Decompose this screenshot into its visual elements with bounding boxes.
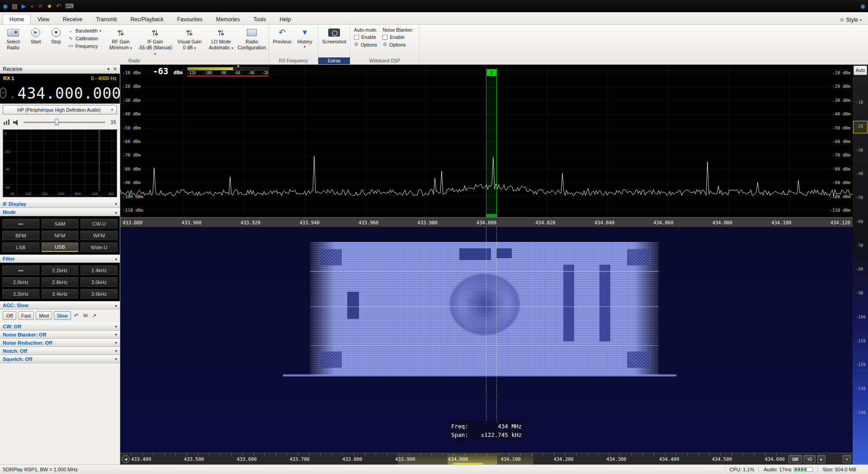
section-notch[interactable]: Notch: Off ▾ <box>0 347 120 355</box>
section-filter[interactable]: Filter ▴ <box>0 255 120 263</box>
agc-off-button[interactable]: Off <box>3 311 16 320</box>
chevron-down-icon[interactable]: ▾ <box>108 66 110 71</box>
ribbon-group-wideband-dsp: Auto-mute: Enable ⚙ Options Noise Blanke… <box>350 25 420 64</box>
mode-cwu-button[interactable]: CW-U <box>80 219 118 228</box>
keyboard-icon[interactable]: ⌨ <box>65 3 74 9</box>
zoom-button[interactable]: x5 <box>804 455 816 463</box>
tab-memories[interactable]: Memories <box>209 14 247 24</box>
visual-gain-label-1: Visual Gain <box>174 39 205 45</box>
wideband-frequency-scale[interactable]: ◀ 433.400 433.500 433.600 433.700 433.80… <box>120 453 853 465</box>
agc-slow-button[interactable]: Slow <box>54 311 71 320</box>
auto-scale-button[interactable]: Auto <box>854 66 867 75</box>
audio-device-select[interactable]: HP (Périphérique High Definition Audio) … <box>3 105 117 114</box>
mode-usb-button[interactable]: USB <box>42 242 79 252</box>
filter-22-button[interactable]: 2.2kHz <box>42 265 79 275</box>
section-noise-blanker[interactable]: Noise Blanker: Off ▾ <box>0 331 120 339</box>
previous-frequency-button[interactable]: ↶ Previous <box>271 26 293 46</box>
mode-more-button[interactable]: ••• <box>2 219 39 228</box>
section-mode[interactable]: Mode ▴ <box>0 208 120 216</box>
scroll-right-button[interactable]: » <box>843 455 851 463</box>
favourite-star-icon[interactable]: ★ <box>47 3 52 9</box>
section-if-display[interactable]: IF Display ▾ <box>0 200 120 208</box>
noise-blanker-enable-checkbox[interactable]: Enable <box>382 34 413 40</box>
radio-config-label-2: Configuration <box>237 45 266 51</box>
tab-transmit[interactable]: Transmit <box>89 14 123 24</box>
filter-30-button[interactable]: 3.0kHz <box>80 277 118 287</box>
section-cw[interactable]: CW: Off ▾ <box>0 322 120 331</box>
undo-icon[interactable]: ↶ <box>73 313 80 319</box>
chevron-down-icon: ▾ <box>115 324 117 329</box>
mode-lsb-button[interactable]: LSB <box>2 242 39 252</box>
screenshot-button[interactable]: Screenshot <box>320 26 348 46</box>
tab-receive[interactable]: Receive <box>56 14 89 24</box>
mode-wfm-button[interactable]: WFM <box>80 231 118 240</box>
start-button[interactable]: ▶ Start <box>24 26 47 46</box>
visual-gain-button[interactable]: Visual Gain 0 dB ▾ <box>174 26 205 52</box>
frequency-button[interactable]: ▭ Frequency <box>68 43 101 49</box>
close-icon[interactable]: ✕ <box>113 66 117 71</box>
record-icon[interactable]: ● <box>30 3 34 9</box>
x-tick: 433.960 <box>359 220 378 225</box>
waterfall-display[interactable]: Freq:434 MHz Span:±122.745 kHz <box>120 227 853 453</box>
filter-more-button[interactable]: ••• <box>2 265 39 275</box>
agc-fast-button[interactable]: Fast <box>18 311 34 320</box>
stop-button[interactable]: ■ Stop <box>47 26 65 46</box>
frequency-display[interactable]: 0.434.000.000 <box>0 83 120 104</box>
radio-configuration-button[interactable]: Radio Configuration <box>237 26 267 52</box>
filter-28-button[interactable]: 2.8kHz <box>42 277 79 287</box>
filter-26-button[interactable]: 2.6kHz <box>2 277 39 287</box>
tuning-marker[interactable]: 1 <box>486 68 497 217</box>
spectrum-display[interactable]: -10 dBm -20 dBm -30 dBm -40 dBm -50 dBm … <box>120 65 853 217</box>
auto-mute-options-button[interactable]: ⚙ Options <box>354 42 377 47</box>
volume-slider[interactable] <box>24 119 105 125</box>
waterfall-level-scale[interactable]: Auto -10 -20 -30 -40 -50 -60 -70 -80 -90… <box>853 65 868 465</box>
mode-sam-button[interactable]: SAM <box>42 219 79 228</box>
open-folder-icon[interactable]: ▤ <box>12 3 17 9</box>
configuration-icon <box>247 29 257 36</box>
close-session-icon[interactable]: ✕ <box>38 3 43 9</box>
section-noise-reduction[interactable]: Noise Reduction: Off ▾ <box>0 339 120 347</box>
calibration-button[interactable]: ∿ Calibration <box>68 35 101 41</box>
auto-mute-enable-checkbox[interactable]: Enable <box>354 34 377 40</box>
signal-level-meter: -63 dBm -120 -100 -80 -60 -40 -20 <box>153 67 269 76</box>
section-squelch[interactable]: Squelch: Off ▾ <box>0 355 120 363</box>
mode-nfm-button[interactable]: NFM <box>42 231 79 240</box>
if-gain-button[interactable]: IF Gain -55 dB (Manual) ▾ <box>137 26 174 57</box>
agc-med-button[interactable]: Med <box>36 311 52 320</box>
scroll-left-button[interactable]: ◀ <box>122 455 130 463</box>
filter-36-button[interactable]: 3.6kHz <box>80 289 118 299</box>
chevron-down-icon: ▾ <box>130 46 132 50</box>
speaker-icon[interactable] <box>13 119 20 125</box>
noise-blanker-options-button[interactable]: ⚙ Options <box>382 42 413 47</box>
spectrum-frequency-axis[interactable]: 433.880 433.900 433.920 433.940 433.960 … <box>120 217 853 227</box>
noise-reduction-label: Noise Reduction: Off <box>3 340 52 346</box>
mode-wideu-button[interactable]: Wide-U <box>80 242 118 252</box>
tab-rec-playback[interactable]: Rec/Playback <box>123 14 170 24</box>
filter-32-button[interactable]: 3.2kHz <box>2 289 39 299</box>
lo-mode-label-2: Automatic <box>209 45 230 50</box>
style-selector[interactable]: ⚙ Style ▾ <box>836 15 865 24</box>
lo-mode-button[interactable]: LO Mode Automatic ▾ <box>205 26 237 52</box>
envelope-icon[interactable]: ✉ <box>82 313 89 319</box>
graph-icon[interactable]: ↗ <box>91 313 98 319</box>
tab-help[interactable]: Help <box>273 14 298 24</box>
tab-view[interactable]: View <box>31 14 56 24</box>
bandwidth-button[interactable]: ↔ Bandwidth ▾ <box>68 28 101 33</box>
play-icon[interactable]: ▶ <box>22 3 26 9</box>
undo-icon[interactable]: ↶ <box>56 3 61 9</box>
volume-thumb[interactable] <box>55 119 59 125</box>
tab-home[interactable]: Home <box>3 14 31 24</box>
step-right-button[interactable]: ▸ <box>817 455 826 463</box>
app-icon-right: ◉ <box>860 3 865 9</box>
equalizer-icon[interactable] <box>4 119 9 125</box>
filter-24-button[interactable]: 2.4kHz <box>80 265 118 275</box>
filter-34-button[interactable]: 3.4kHz <box>42 289 79 299</box>
keyboard-entry-button[interactable]: ⌨ <box>788 455 802 463</box>
section-agc[interactable]: AGC: Slow ▴ <box>0 301 120 309</box>
mode-bfm-button[interactable]: BFM <box>2 231 39 240</box>
frequency-history-button[interactable]: ▼ History ▾ <box>293 26 316 50</box>
rf-gain-button[interactable]: RF Gain Minimum ▾ <box>105 26 137 52</box>
tab-tools[interactable]: Tools <box>247 14 273 24</box>
tab-favourites[interactable]: Favourites <box>170 14 209 24</box>
select-radio-button[interactable]: Select Radio <box>2 26 24 52</box>
